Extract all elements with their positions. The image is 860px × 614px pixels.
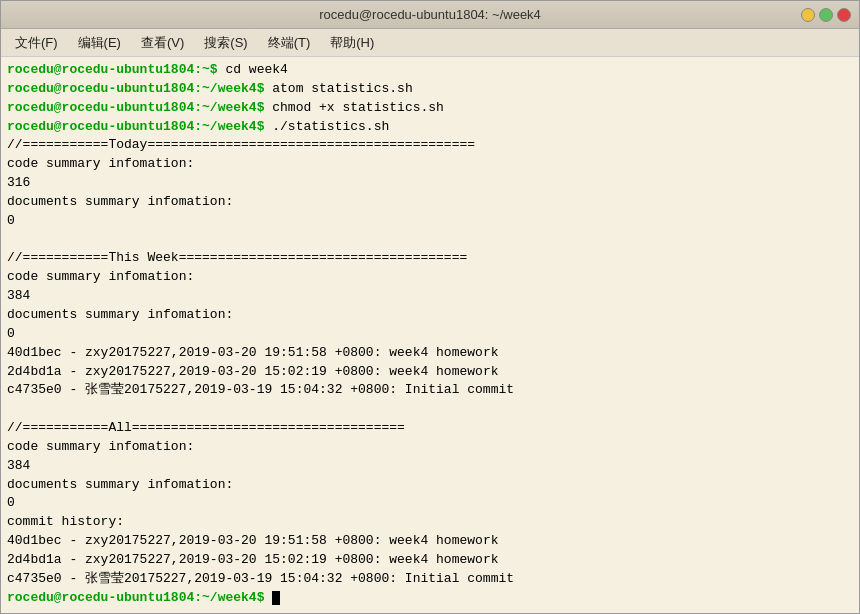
terminal-line: //===========All========================… <box>7 419 853 438</box>
terminal-line: 2d4bd1a - zxy20175227,2019-03-20 15:02:1… <box>7 363 853 382</box>
prompt-text: rocedu@rocedu-ubuntu1804:~/week4$ <box>7 81 264 96</box>
terminal-line: 384 <box>7 457 853 476</box>
command-text: atom statistics.sh <box>264 81 412 96</box>
prompt-text: rocedu@rocedu-ubuntu1804:~/week4$ <box>7 590 264 605</box>
menu-item[interactable]: 查看(V) <box>131 32 194 54</box>
maximize-button[interactable] <box>819 8 833 22</box>
menu-item[interactable]: 终端(T) <box>258 32 321 54</box>
cursor <box>272 591 280 605</box>
empty-line <box>7 400 853 419</box>
terminal-line: code summary infomation: <box>7 268 853 287</box>
terminal-line: 0 <box>7 212 853 231</box>
prompt-text: rocedu@rocedu-ubuntu1804:~$ <box>7 62 218 77</box>
terminal-line: rocedu@rocedu-ubuntu1804:~/week4$ ./stat… <box>7 118 853 137</box>
terminal-body[interactable]: rocedu@rocedu-ubuntu1804:~$ cd week4roce… <box>1 57 859 613</box>
titlebar: rocedu@rocedu-ubuntu1804: ~/week4 <box>1 1 859 29</box>
command-text: cd week4 <box>218 62 288 77</box>
terminal-window: rocedu@rocedu-ubuntu1804: ~/week4 文件(F)编… <box>0 0 860 614</box>
terminal-line: documents summary infomation: <box>7 476 853 495</box>
menubar: 文件(F)编辑(E)查看(V)搜索(S)终端(T)帮助(H) <box>1 29 859 57</box>
terminal-line: 384 <box>7 287 853 306</box>
prompt-text: rocedu@rocedu-ubuntu1804:~/week4$ <box>7 119 264 134</box>
command-text <box>264 590 272 605</box>
terminal-line: commit history: <box>7 513 853 532</box>
prompt-text: rocedu@rocedu-ubuntu1804:~/week4$ <box>7 100 264 115</box>
command-text: chmod +x statistics.sh <box>264 100 443 115</box>
minimize-button[interactable] <box>801 8 815 22</box>
terminal-line: 0 <box>7 494 853 513</box>
terminal-line: 0 <box>7 325 853 344</box>
terminal-line: rocedu@rocedu-ubuntu1804:~/week4$ atom s… <box>7 80 853 99</box>
terminal-line: c4735e0 - 张雪莹20175227,2019-03-19 15:04:3… <box>7 381 853 400</box>
terminal-line: code summary infomation: <box>7 438 853 457</box>
window-title: rocedu@rocedu-ubuntu1804: ~/week4 <box>319 7 541 22</box>
empty-line <box>7 231 853 250</box>
menu-item[interactable]: 帮助(H) <box>320 32 384 54</box>
menu-item[interactable]: 搜索(S) <box>194 32 257 54</box>
terminal-line: documents summary infomation: <box>7 193 853 212</box>
terminal-line: 2d4bd1a - zxy20175227,2019-03-20 15:02:1… <box>7 551 853 570</box>
terminal-line: rocedu@rocedu-ubuntu1804:~$ cd week4 <box>7 61 853 80</box>
terminal-line: //===========This Week==================… <box>7 249 853 268</box>
terminal-line: code summary infomation: <box>7 155 853 174</box>
terminal-line: 40d1bec - zxy20175227,2019-03-20 19:51:5… <box>7 532 853 551</box>
terminal-line: //===========Today======================… <box>7 136 853 155</box>
terminal-line: 40d1bec - zxy20175227,2019-03-20 19:51:5… <box>7 344 853 363</box>
command-text: ./statistics.sh <box>264 119 389 134</box>
terminal-line: 316 <box>7 174 853 193</box>
close-button[interactable] <box>837 8 851 22</box>
terminal-line: rocedu@rocedu-ubuntu1804:~/week4$ chmod … <box>7 99 853 118</box>
terminal-line: documents summary infomation: <box>7 306 853 325</box>
menu-item[interactable]: 文件(F) <box>5 32 68 54</box>
window-controls[interactable] <box>801 8 851 22</box>
menu-item[interactable]: 编辑(E) <box>68 32 131 54</box>
terminal-line: c4735e0 - 张雪莹20175227,2019-03-19 15:04:3… <box>7 570 853 589</box>
terminal-line-cursor: rocedu@rocedu-ubuntu1804:~/week4$ <box>7 589 853 608</box>
